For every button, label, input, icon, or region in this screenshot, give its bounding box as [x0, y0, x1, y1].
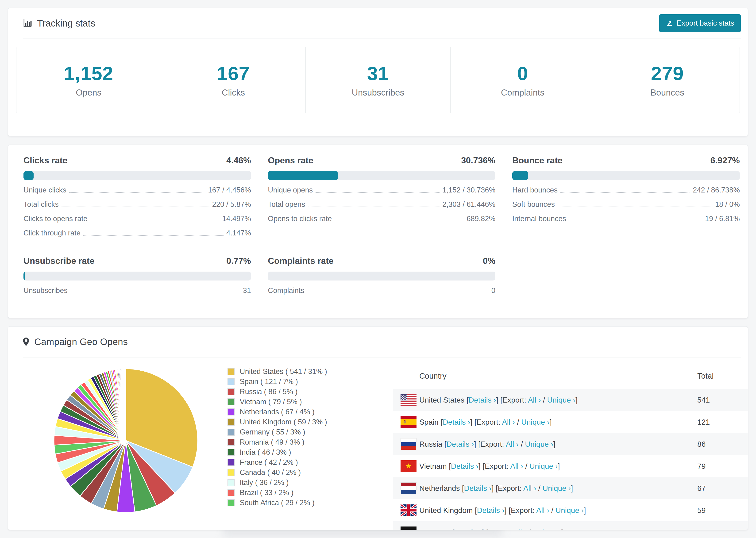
- pie-slice: [125, 369, 126, 441]
- dotted-leader: [569, 221, 702, 221]
- bounces-count: 279: [651, 62, 684, 84]
- column-header-country: Country: [419, 372, 447, 381]
- export-basic-stats-button[interactable]: Export basic stats: [659, 14, 741, 32]
- legend-label: Canada ( 40 / 2% ): [240, 468, 301, 477]
- stat-row-value: 220 / 5.87%: [212, 200, 251, 209]
- geo-opens-pie-chart: [49, 364, 202, 517]
- export-all-link[interactable]: All ›: [536, 506, 549, 514]
- export-unique-link[interactable]: Unique ›: [543, 484, 571, 493]
- clicks-count: 167: [217, 62, 250, 84]
- stat-row-value: 19 / 6.81%: [705, 214, 740, 223]
- export-button-label: Export basic stats: [676, 19, 734, 27]
- geo-table-row: Germany [Details ›] [Export: All › / Uni…: [393, 521, 748, 530]
- legend-swatch: [228, 378, 235, 385]
- country-name: United States: [419, 396, 464, 404]
- export-unique-link[interactable]: Unique ›: [529, 462, 558, 470]
- country-cell: Vietnam [Details ›] [Export: All › / Uni…: [419, 462, 560, 471]
- complaints-rate-value: 0%: [483, 256, 495, 266]
- campaign-geo-opens-card: Campaign Geo Opens United States ( 541 /…: [8, 326, 748, 530]
- legend-item[interactable]: Russia ( 86 / 5% ): [228, 387, 327, 397]
- legend-item[interactable]: Romania ( 49 / 3% ): [228, 437, 327, 447]
- dotted-leader: [308, 207, 440, 207]
- legend-swatch: [228, 459, 235, 466]
- country-total: 59: [697, 506, 706, 515]
- dotted-leader: [69, 192, 205, 193]
- geo-title: Campaign Geo Opens: [23, 337, 128, 347]
- legend-label: India ( 46 / 3% ): [240, 448, 291, 457]
- unsubscribes-label: Unsubscribes: [352, 88, 404, 98]
- opens-rate-bar: [268, 171, 495, 180]
- export-unique-link[interactable]: Unique ›: [525, 440, 553, 448]
- dotted-leader: [558, 207, 712, 207]
- stat-row: Opens to clicks rate689.82%: [268, 214, 495, 223]
- country-total: 86: [697, 440, 706, 449]
- es-flag: [401, 416, 416, 428]
- stat-row: Hard bounces242 / 86.738%: [512, 186, 740, 194]
- export-all-link[interactable]: All ›: [514, 528, 527, 530]
- export-all-link[interactable]: All ›: [528, 396, 541, 404]
- geo-content: United States ( 541 / 31% )Spain ( 121 /…: [8, 357, 748, 530]
- legend-label: United States ( 541 / 31% ): [240, 367, 327, 376]
- legend-item[interactable]: Netherlands ( 67 / 4% ): [228, 407, 327, 417]
- legend-swatch: [228, 479, 235, 486]
- legend-item[interactable]: South Africa ( 29 / 2% ): [228, 498, 327, 508]
- geo-title-text: Campaign Geo Opens: [34, 337, 128, 347]
- rates-grid: Clicks rate 4.46% Unique clicks167 / 4.4…: [8, 145, 748, 295]
- dotted-leader: [71, 293, 240, 293]
- stat-row-value: 2,303 / 61.446%: [442, 200, 495, 209]
- details-link[interactable]: Details ›: [464, 484, 491, 493]
- dotted-leader: [561, 192, 690, 193]
- stat-row-value: 242 / 86.738%: [693, 186, 740, 194]
- legend-swatch: [228, 439, 235, 446]
- legend-item[interactable]: Vietnam ( 79 / 5% ): [228, 397, 327, 407]
- details-link[interactable]: Details ›: [477, 506, 504, 514]
- opens-label: Opens: [76, 88, 101, 98]
- country-cell: United Kingdom [Details ›] [Export: All …: [419, 506, 586, 515]
- geo-header: Campaign Geo Opens: [8, 327, 748, 357]
- legend-swatch: [228, 449, 235, 456]
- stat-row: Total clicks220 / 5.87%: [24, 200, 251, 209]
- export-unique-link[interactable]: Unique ›: [521, 418, 550, 426]
- legend-swatch: [228, 388, 235, 395]
- details-link[interactable]: Details ›: [447, 440, 474, 448]
- legend-item[interactable]: Germany ( 55 / 3% ): [228, 427, 327, 437]
- stat-row: Click through rate4.147%: [24, 229, 251, 237]
- legend-item[interactable]: Spain ( 121 / 7% ): [228, 377, 327, 387]
- summary-stats-box: 1,152 Opens 167 Clicks 31 Unsubscribes 0…: [16, 47, 740, 113]
- stat-row-value: 14.497%: [222, 214, 251, 223]
- complaints-rate-block: Complaints rate 0% Complaints0: [268, 256, 495, 295]
- opens-rate-block: Opens rate 30.736% Unique opens1,152 / 3…: [268, 156, 495, 237]
- legend-item[interactable]: Brazil ( 33 / 2% ): [228, 488, 327, 498]
- details-link[interactable]: Details ›: [443, 418, 470, 426]
- export-all-link[interactable]: All ›: [510, 462, 523, 470]
- legend-swatch: [228, 398, 235, 405]
- stat-row-value: 18 / 0%: [715, 200, 740, 209]
- rates-card: Clicks rate 4.46% Unique clicks167 / 4.4…: [8, 144, 748, 318]
- stat-row-value: 31: [243, 286, 251, 295]
- legend-swatch: [228, 489, 235, 496]
- details-link[interactable]: Details ›: [451, 462, 478, 470]
- details-link[interactable]: Details ›: [469, 396, 496, 404]
- legend-item[interactable]: Canada ( 40 / 2% ): [228, 467, 327, 477]
- export-unique-link[interactable]: Unique ›: [533, 528, 561, 530]
- complaints-label: Complaints: [501, 88, 544, 98]
- details-link[interactable]: Details ›: [454, 528, 482, 530]
- nl-flag: [401, 482, 416, 494]
- summary-unsubscribes: 31 Unsubscribes: [306, 47, 450, 113]
- export-all-link[interactable]: All ›: [523, 484, 536, 493]
- export-all-link[interactable]: All ›: [506, 440, 519, 448]
- legend-swatch: [228, 499, 235, 506]
- legend-item[interactable]: United States ( 541 / 31% ): [228, 366, 327, 377]
- stat-row-value: 167 / 4.456%: [208, 186, 251, 194]
- export-unique-link[interactable]: Unique ›: [556, 506, 584, 514]
- export-all-link[interactable]: All ›: [502, 418, 515, 426]
- export-unique-link[interactable]: Unique ›: [547, 396, 575, 404]
- legend-item[interactable]: Italy ( 36 / 2% ): [228, 477, 327, 488]
- legend-item[interactable]: United Kingdom ( 59 / 3% ): [228, 417, 327, 427]
- country-name: Russia: [419, 440, 442, 448]
- legend-item[interactable]: France ( 42 / 2% ): [228, 457, 327, 467]
- stat-row-label: Unique clicks: [24, 186, 67, 194]
- legend-item[interactable]: India ( 46 / 3% ): [228, 447, 327, 457]
- stat-row: Unique clicks167 / 4.456%: [24, 186, 251, 194]
- country-cell: Russia [Details ›] [Export: All › / Uniq…: [419, 440, 556, 449]
